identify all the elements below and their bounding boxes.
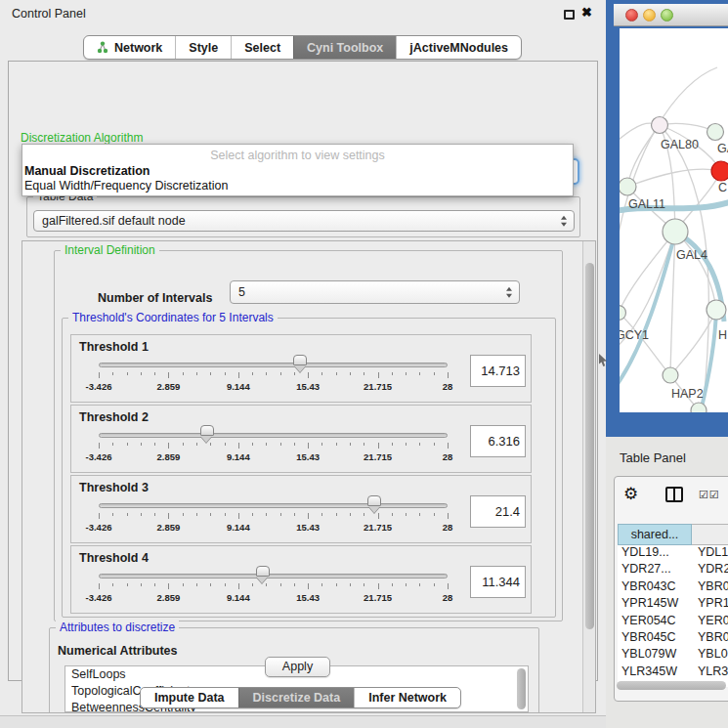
slider-track[interactable] (99, 574, 448, 578)
tab-cyni-toolbox[interactable]: Cyni Toolbox (293, 36, 396, 59)
table-horizontal-scrollbar[interactable] (617, 681, 728, 692)
tab-jactivemnodules[interactable]: jActiveMNodules (396, 36, 521, 59)
close-traffic-light-icon[interactable] (625, 9, 638, 21)
slider-tick (364, 513, 364, 516)
network-node-h[interactable] (707, 300, 726, 320)
table-row[interactable]: YLR345WYLR3 (618, 664, 728, 681)
zoom-traffic-light-icon[interactable] (661, 9, 673, 21)
slider-tick (336, 372, 337, 375)
column-header-shared-name[interactable]: shared... (618, 524, 692, 545)
slider-tick (392, 583, 393, 586)
threshold-value-input[interactable]: 6.316 (470, 425, 526, 457)
cell-name: YDL1 (692, 545, 728, 562)
slider-tick (210, 583, 211, 586)
slider-tick (308, 443, 309, 449)
slider-tick (154, 372, 155, 375)
threshold-value-input[interactable]: 11.344 (470, 566, 526, 598)
table-row[interactable]: YBR045CYBR0 (618, 630, 728, 647)
table-row[interactable]: YDR27...YDR2 (618, 562, 728, 578)
node-label: GCY1 (620, 328, 649, 342)
slider-tick-label: 9.144 (217, 451, 260, 462)
slider-thumb[interactable] (367, 495, 381, 513)
slider-thumb[interactable] (293, 355, 307, 372)
slider-tick (154, 443, 155, 446)
number-of-intervals-combo[interactable]: 5 (230, 280, 520, 304)
slider-tick (434, 513, 435, 516)
slider-tick (419, 372, 420, 375)
slider-tick (183, 372, 184, 375)
network-node-gal11[interactable] (620, 178, 636, 195)
slider-track[interactable] (99, 503, 448, 508)
number-of-intervals-value: 5 (238, 285, 245, 299)
threshold-value-input[interactable]: 14.713 (470, 355, 526, 387)
threshold-value-input[interactable]: 21.4 (470, 495, 526, 528)
tab-select[interactable]: Select (231, 36, 293, 59)
network-node-gal4[interactable] (663, 219, 688, 244)
slider-tick-label: 15.43 (286, 592, 329, 603)
network-node-gcy1[interactable] (620, 306, 626, 321)
slider-tick (321, 443, 322, 446)
table-row[interactable]: YBR043CYBR0 (618, 579, 728, 596)
close-icon[interactable]: ✖ (581, 5, 592, 20)
table-row[interactable]: YDL19...YDL1 (618, 545, 728, 562)
table-row[interactable]: YPR145WYPR1 (618, 596, 728, 613)
cell-shared-name: YLR345W (618, 664, 692, 681)
slider-tick (196, 583, 197, 586)
settings-vertical-scrollbar[interactable] (582, 241, 595, 712)
column-header-name[interactable]: na (692, 524, 728, 545)
threshold-row: Threshold 4 -3.4262.8599.14415.4321.7152… (70, 545, 532, 614)
slider-tick-label: -3.426 (77, 451, 120, 462)
network-icon (97, 41, 108, 54)
discretization-algorithm-group-title: Discretization Algorithm (21, 131, 143, 145)
slider-tick (183, 583, 184, 586)
tab-impute-data[interactable]: Impute Data (141, 688, 238, 707)
network-node-hap2[interactable] (663, 367, 678, 383)
table-row[interactable]: YER054CYER0 (618, 614, 728, 630)
menu-item-equal-width-frequency[interactable]: Equal Width/Frequency Discretization (24, 179, 228, 193)
scrollbar-thumb[interactable] (617, 681, 726, 690)
network-window-titlebar[interactable] (614, 4, 728, 26)
tab-style[interactable]: Style (175, 36, 231, 59)
tab-discretize-data[interactable]: Discretize Data (238, 688, 355, 707)
network-node-ga[interactable] (707, 124, 724, 141)
minimize-traffic-light-icon[interactable] (643, 9, 656, 21)
gear-icon[interactable]: ⚙ (623, 484, 638, 504)
network-node-c[interactable] (711, 161, 728, 181)
network-node-partial[interactable] (691, 403, 707, 412)
scrollbar-thumb[interactable] (585, 263, 594, 629)
slider-tick (168, 372, 169, 378)
float-window-icon[interactable] (564, 10, 575, 20)
apply-button[interactable]: Apply (265, 657, 330, 677)
attributes-list-scrollbar[interactable] (517, 668, 526, 709)
network-canvas[interactable]: GAL80GACGAL11GAL4GCY1HHAP2 (620, 28, 728, 412)
slider-tick (238, 372, 239, 378)
bottom-tabs: Impute DataDiscretize DataInfer Network (140, 687, 461, 708)
slider-tick (99, 443, 100, 449)
menu-item-manual-discretization[interactable]: Manual Discretization (24, 164, 150, 178)
slider-tick (419, 443, 420, 446)
slider-tick-label: 2.859 (147, 522, 190, 533)
table-data-combo[interactable]: galFiltered.sif default node (33, 210, 575, 232)
network-edge[interactable] (620, 232, 675, 313)
slider-tick (406, 583, 407, 586)
slider-tick (168, 583, 169, 589)
tab-network[interactable]: Network (84, 36, 175, 59)
network-edge[interactable] (627, 169, 721, 187)
network-node-gal80[interactable] (652, 117, 668, 134)
table-row[interactable]: YBL079WYBL0 (618, 647, 728, 664)
cell-shared-name: YPR145W (618, 596, 692, 613)
slider-tick (350, 372, 351, 375)
slider-tick (99, 513, 100, 519)
slider-tick (448, 443, 449, 449)
slider-tick (266, 583, 267, 586)
slider-thumb[interactable] (256, 566, 270, 583)
slider-track[interactable] (99, 433, 448, 438)
split-column-icon[interactable] (665, 487, 683, 502)
tab-infer-network[interactable]: Infer Network (354, 688, 460, 707)
checkbox-checked-icon[interactable]: ☑☑ (699, 489, 720, 501)
slider-tick (252, 372, 253, 375)
slider-thumb[interactable] (200, 425, 214, 443)
control-panel: Control Panel ✖ NetworkStyleSelectCyni T… (0, 0, 606, 716)
slider-track[interactable] (99, 363, 448, 367)
cell-shared-name: YDL19... (618, 545, 692, 562)
